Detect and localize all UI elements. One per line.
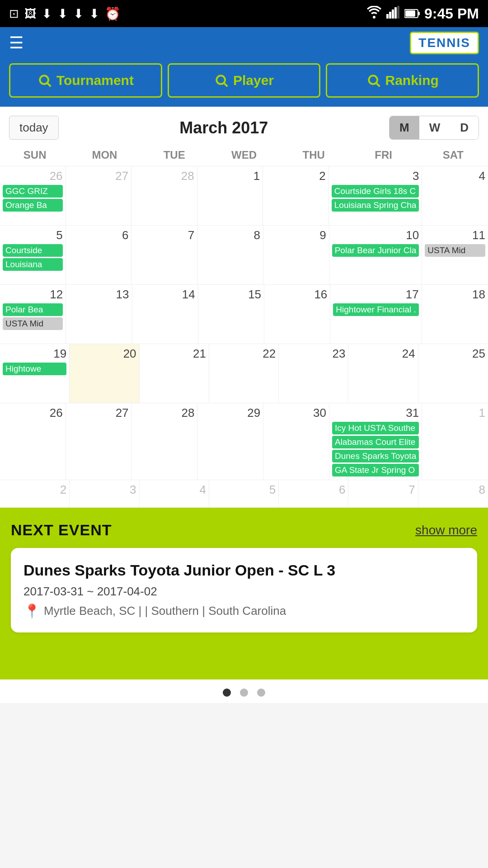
search-tab-tournament[interactable]: Tournament — [9, 63, 162, 98]
cal-cell-0-2[interactable]: 28 — [131, 166, 197, 225]
cal-cell-1-0[interactable]: 5CourtsideLouisiana — [0, 226, 66, 284]
page-dot-2[interactable] — [257, 689, 265, 697]
cal-event[interactable]: Icy Hot USTA Southe — [332, 422, 419, 434]
cal-cell-2-0[interactable]: 12Polar BeaUSTA Mid — [0, 285, 66, 344]
cal-cell-1-4[interactable]: 9 — [263, 226, 329, 284]
cal-cell-2-3[interactable]: 15 — [198, 285, 264, 344]
cal-cell-3-1[interactable]: 20 — [70, 344, 139, 403]
cal-cell-4-0[interactable]: 26 — [0, 403, 66, 480]
show-more-button[interactable]: show more — [415, 523, 477, 538]
cal-cell-3-0[interactable]: 19Hightowe — [0, 344, 70, 403]
cal-day-num: 10 — [332, 228, 419, 242]
page-dot-1[interactable] — [240, 689, 248, 697]
cal-cell-3-4[interactable]: 23 — [279, 344, 348, 403]
cal-cell-2-1[interactable]: 13 — [66, 285, 132, 344]
cal-cell-4-3[interactable]: 29 — [197, 403, 263, 480]
cal-cell-0-0[interactable]: 26GGC GRIZOrange Ba — [0, 166, 66, 225]
cal-cell-1-2[interactable]: 7 — [131, 226, 197, 284]
cal-event[interactable]: GA State Jr Spring O — [332, 464, 419, 476]
cal-cell-5-1[interactable]: 3 — [70, 480, 139, 507]
cal-day-num: 13 — [69, 288, 129, 302]
view-btn-m[interactable]: M — [389, 116, 419, 139]
status-icon-dl4: ⬇ — [89, 6, 99, 21]
cal-day-num: 9 — [266, 228, 326, 242]
event-name: Dunes Sparks Toyota Junior Open - SC L 3 — [23, 561, 465, 579]
cal-event[interactable]: Louisiana — [3, 258, 63, 271]
cal-cell-2-2[interactable]: 14 — [132, 285, 198, 344]
view-btn-d[interactable]: D — [450, 116, 479, 139]
cal-week-3: 19Hightowe202122232425 — [0, 344, 488, 403]
cal-cell-5-2[interactable]: 4 — [140, 480, 209, 507]
cal-cell-0-4[interactable]: 2 — [263, 166, 329, 225]
location-icon: 📍 — [23, 603, 40, 619]
cal-cell-3-3[interactable]: 22 — [209, 344, 279, 403]
cal-event[interactable]: Courtside — [3, 244, 63, 257]
cal-cell-0-5[interactable]: 3Courtside Girls 18s CLouisiana Spring C… — [329, 166, 422, 225]
cal-event[interactable]: Hightowe — [3, 363, 66, 375]
cal-cell-5-6[interactable]: 8 — [418, 480, 488, 507]
cal-week-4: 262728293031Icy Hot USTA SoutheAlabamas … — [0, 403, 488, 480]
cal-cell-5-0[interactable]: 2 — [0, 480, 70, 507]
cal-event[interactable]: USTA Mid — [3, 317, 63, 330]
cal-event[interactable]: Dunes Sparks Toyota — [332, 450, 419, 462]
cal-cell-2-5[interactable]: 17Hightower Financial . — [330, 285, 422, 344]
cal-cell-0-6[interactable]: 4 — [422, 166, 488, 225]
cal-cell-3-5[interactable]: 24 — [348, 344, 418, 403]
cal-cell-1-5[interactable]: 10Polar Bear Junior Cla — [329, 226, 422, 284]
cal-cell-4-4[interactable]: 30 — [263, 403, 329, 480]
calendar: SUNMONTUEWEDTHUFRISAT 26GGC GRIZOrange B… — [0, 144, 488, 508]
cal-event[interactable]: GGC GRIZ — [3, 185, 63, 198]
next-event-label: NEXT EVENT — [11, 521, 112, 539]
event-location-text: Myrtle Beach, SC | | Southern | South Ca… — [44, 604, 286, 618]
cal-cell-0-1[interactable]: 27 — [66, 166, 132, 225]
cal-cell-4-1[interactable]: 27 — [66, 403, 132, 480]
cal-cell-1-3[interactable]: 8 — [197, 226, 263, 284]
cal-cell-1-6[interactable]: 11USTA Mid — [422, 226, 488, 284]
cal-cell-0-3[interactable]: 1 — [197, 166, 263, 225]
cal-day-num: 27 — [69, 406, 129, 420]
view-btn-w[interactable]: W — [419, 116, 450, 139]
cal-event[interactable]: Hightower Financial . — [333, 303, 418, 316]
app-logo: TENNIS — [410, 32, 479, 54]
svg-rect-2 — [392, 9, 394, 19]
cal-cell-2-4[interactable]: 16 — [264, 285, 330, 344]
cal-event[interactable]: Alabamas Court Elite — [332, 436, 419, 448]
search-tab-ranking[interactable]: Ranking — [326, 63, 479, 98]
cal-cell-3-6[interactable]: 25 — [418, 344, 488, 403]
cal-cell-2-6[interactable]: 18 — [422, 285, 488, 344]
time-display: 9:45 PM — [424, 5, 479, 22]
status-bar-right: 9:45 PM — [366, 5, 479, 22]
next-event-header: NEXT EVENT show more — [11, 521, 477, 539]
cal-event[interactable]: Louisiana Spring Cha — [332, 199, 419, 212]
cal-day-num: 16 — [267, 288, 327, 302]
svg-rect-3 — [394, 7, 397, 19]
cal-cell-5-5[interactable]: 7 — [348, 480, 418, 507]
event-card[interactable]: Dunes Sparks Toyota Junior Open - SC L 3… — [11, 548, 477, 632]
status-icon-alarm: ⏰ — [105, 6, 121, 21]
cal-event[interactable]: USTA Mid — [425, 244, 485, 257]
cal-cell-1-1[interactable]: 6 — [66, 226, 132, 284]
cal-day-num: 7 — [134, 228, 194, 242]
cal-day-num: 18 — [425, 288, 485, 302]
cal-cell-5-4[interactable]: 6 — [279, 480, 348, 507]
cal-event[interactable]: Polar Bear Junior Cla — [332, 244, 419, 257]
cal-cell-4-6[interactable]: 1 — [422, 403, 488, 480]
cal-day-num: 5 — [3, 228, 63, 242]
cal-event[interactable]: Polar Bea — [3, 303, 63, 316]
search-tab-player[interactable]: Player — [168, 63, 321, 98]
month-title: March 2017 — [179, 118, 268, 137]
cal-day-num: 2 — [266, 169, 326, 183]
hamburger-menu[interactable]: ☰ — [9, 35, 23, 51]
cal-cell-4-2[interactable]: 28 — [132, 403, 198, 480]
cal-day-num: 4 — [142, 483, 206, 497]
cal-cell-5-3[interactable]: 5 — [209, 480, 279, 507]
today-button[interactable]: today — [9, 116, 59, 140]
cal-day-num: 15 — [201, 288, 261, 302]
cal-day-num: 8 — [200, 228, 260, 242]
cal-event[interactable]: Orange Ba — [3, 199, 63, 212]
view-toggle: MWD — [389, 116, 479, 140]
cal-event[interactable]: Courtside Girls 18s C — [332, 185, 419, 198]
cal-cell-4-5[interactable]: 31Icy Hot USTA SoutheAlabamas Court Elit… — [329, 403, 422, 480]
page-dot-0[interactable] — [223, 689, 231, 697]
cal-cell-3-2[interactable]: 21 — [140, 344, 209, 403]
